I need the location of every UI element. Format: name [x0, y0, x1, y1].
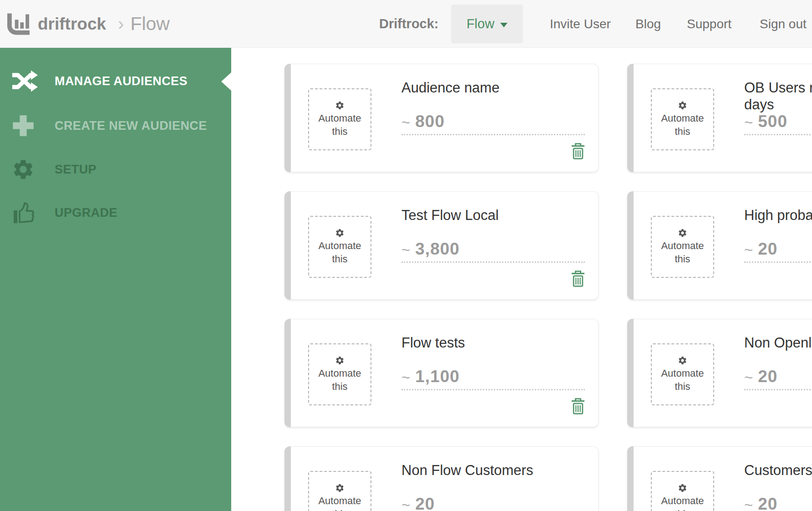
approx-tilde: ~: [744, 114, 753, 131]
card-accent-bar: [627, 446, 634, 511]
audience-count: 20: [758, 240, 777, 259]
automate-this-button[interactable]: Automate this: [651, 471, 714, 511]
automate-this-button[interactable]: Automate this: [308, 343, 371, 405]
audience-count-field: ~ 20: [401, 490, 585, 511]
audience-count-field: ~ 20: [744, 490, 812, 511]
sidebar: MANAGE AUDIENCES CREATE NEW AUDIENCE SET…: [0, 48, 231, 511]
automate-this-button[interactable]: Automate this: [308, 88, 371, 150]
audience-count: 20: [758, 367, 777, 386]
gear-icon: [335, 356, 345, 365]
approx-tilde: ~: [401, 241, 410, 259]
gear-icon: [335, 483, 345, 493]
audience-card: Automate this Test Flow Local ~ 3,800: [284, 191, 599, 300]
audience-card: Automate this Non Openl ~ 20: [627, 319, 812, 427]
sidebar-item-label: SETUP: [55, 163, 96, 177]
approx-tilde: ~: [401, 369, 410, 386]
breadcrumb-chevron-icon: ›: [118, 14, 124, 34]
audience-card: Automate this Audience name ~ 800: [284, 64, 599, 172]
audience-name: Customers: [744, 462, 812, 479]
audience-name: Non Openl: [744, 334, 812, 351]
audience-name: Test Flow Local: [401, 207, 589, 224]
account-label: Driftrock:: [379, 0, 439, 48]
card-accent-bar: [284, 446, 291, 511]
sidebar-item-setup[interactable]: SETUP: [11, 157, 225, 182]
gear-icon: [678, 356, 687, 365]
gear-icon: [335, 228, 345, 238]
automate-this-button[interactable]: Automate this: [651, 343, 714, 405]
gear-icon: [678, 101, 687, 110]
card-accent-bar: [284, 191, 291, 300]
chevron-down-icon: [500, 23, 508, 27]
automate-this-button[interactable]: Automate this: [308, 471, 371, 511]
sidebar-item-create-new-audience[interactable]: CREATE NEW AUDIENCE: [11, 113, 225, 138]
sidebar-item-label: MANAGE AUDIENCES: [55, 74, 188, 88]
brand-name: driftrock: [38, 15, 106, 34]
audience-count-field: ~ 20: [744, 235, 812, 263]
approx-tilde: ~: [744, 496, 753, 511]
gear-icon: [678, 228, 687, 238]
nav-support[interactable]: Support: [687, 0, 731, 48]
automate-this-button[interactable]: Automate this: [651, 88, 714, 150]
audience-count-field: ~ 20: [744, 363, 812, 390]
card-accent-bar: [627, 191, 634, 300]
nav-invite-user[interactable]: Invite User: [550, 0, 611, 48]
audience-name: Flow tests: [401, 334, 589, 351]
trash-icon[interactable]: [570, 397, 586, 416]
sidebar-item-manage-audiences[interactable]: MANAGE AUDIENCES: [11, 68, 225, 94]
gear-icon: [678, 483, 687, 493]
audience-name: High proba: [744, 207, 812, 224]
nav-blog[interactable]: Blog: [635, 0, 661, 48]
audience-count-field: ~ 500: [744, 107, 812, 135]
sidebar-item-label: UPGRADE: [55, 206, 117, 220]
audience-card: Automate this Flow tests ~ 1,100: [284, 319, 599, 427]
sidebar-item-label: CREATE NEW AUDIENCE: [55, 119, 207, 133]
approx-tilde: ~: [744, 241, 753, 259]
driftrock-logo[interactable]: driftrock › Flow: [7, 0, 170, 48]
nav-sign-out[interactable]: Sign out: [760, 0, 807, 48]
product-dropdown-value: Flow: [467, 16, 494, 31]
plus-icon: [11, 114, 35, 138]
card-accent-bar: [284, 319, 291, 427]
top-header: driftrock › Flow Driftrock: Flow Invite …: [0, 0, 812, 48]
gear-icon: [11, 158, 35, 181]
audience-count: 20: [758, 495, 777, 511]
approx-tilde: ~: [401, 114, 410, 131]
card-accent-bar: [627, 64, 634, 172]
trash-icon[interactable]: [570, 270, 586, 289]
automate-this-button[interactable]: Automate this: [651, 216, 714, 278]
audience-card: Automate this OB Users r days ~ 500: [627, 64, 812, 172]
audience-count: 800: [415, 112, 445, 131]
audience-count: 1,100: [415, 367, 460, 386]
product-dropdown[interactable]: Flow: [451, 5, 523, 43]
shuffle-icon: [11, 70, 38, 92]
audience-count: 3,800: [415, 240, 460, 259]
driftrock-logo-icon: [7, 13, 30, 35]
audience-count-field: ~ 800: [401, 107, 585, 135]
trash-icon[interactable]: [570, 142, 586, 161]
audience-card: Automate this Customers ~ 20: [627, 446, 812, 511]
thumbs-up-icon: [11, 201, 38, 224]
breadcrumb: Flow: [130, 13, 170, 35]
audience-card: Automate this Non Flow Customers ~ 20: [284, 446, 599, 511]
audience-name: Non Flow Customers: [401, 462, 589, 479]
gear-icon: [335, 101, 345, 110]
approx-tilde: ~: [744, 369, 753, 386]
audience-name: Audience name: [401, 79, 589, 96]
sidebar-item-upgrade[interactable]: UPGRADE: [11, 200, 225, 225]
audience-count: 500: [758, 112, 787, 131]
audience-count: 20: [415, 495, 435, 511]
audience-card: Automate this High proba ~ 20: [627, 191, 812, 300]
automate-this-button[interactable]: Automate this: [308, 216, 371, 278]
audience-count-field: ~ 3,800: [401, 235, 585, 263]
approx-tilde: ~: [401, 496, 410, 511]
card-accent-bar: [627, 319, 634, 427]
card-accent-bar: [284, 64, 291, 172]
audience-count-field: ~ 1,100: [401, 363, 585, 390]
